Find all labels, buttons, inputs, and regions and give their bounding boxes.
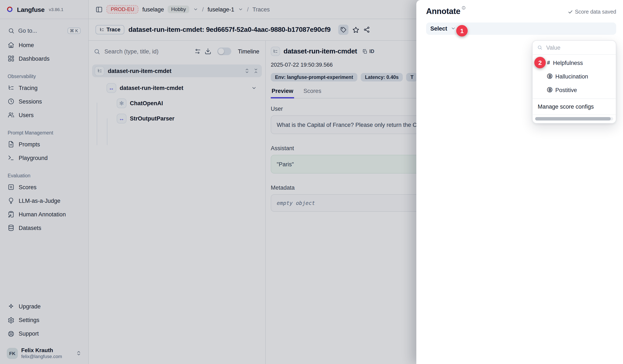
- annotate-drawer: Annotate Score data saved Select # Helpf…: [416, 0, 623, 364]
- manage-score-configs-link[interactable]: Manage score configs: [533, 99, 616, 115]
- select-label: Select: [430, 25, 447, 32]
- numeric-type-icon: #: [547, 60, 550, 65]
- annotation-marker-1: 1: [456, 25, 468, 37]
- score-select-button[interactable]: Select: [426, 22, 616, 35]
- search-icon: [537, 45, 542, 50]
- dropdown-search-row: [533, 41, 616, 55]
- boolean-type-icon: Ⓑ: [547, 87, 552, 93]
- dropdown-scrollbar: [533, 115, 616, 123]
- dropdown-item-hallucination[interactable]: Ⓑ Hallucination: [533, 70, 616, 83]
- scrollbar-thumb[interactable]: [535, 117, 611, 121]
- langfuse-app: Langfuse v3.86.1 Go to... ⌘ K Home Dashb…: [0, 0, 623, 364]
- annotation-marker-2: 2: [534, 57, 546, 68]
- chevron-down-icon: [451, 26, 456, 31]
- modal-dim-overlay: [0, 0, 420, 364]
- dropdown-search-input[interactable]: [545, 44, 611, 51]
- dropdown-item-postitive[interactable]: Ⓑ Postitive: [533, 83, 616, 97]
- check-icon: [568, 9, 573, 14]
- score-config-dropdown: # Helpfulness Ⓑ Hallucination Ⓑ Postitiv…: [532, 40, 616, 124]
- info-icon[interactable]: [462, 6, 465, 10]
- annotate-title: Annotate: [426, 7, 460, 16]
- boolean-type-icon: Ⓑ: [547, 74, 552, 79]
- save-status: Score data saved: [568, 9, 616, 15]
